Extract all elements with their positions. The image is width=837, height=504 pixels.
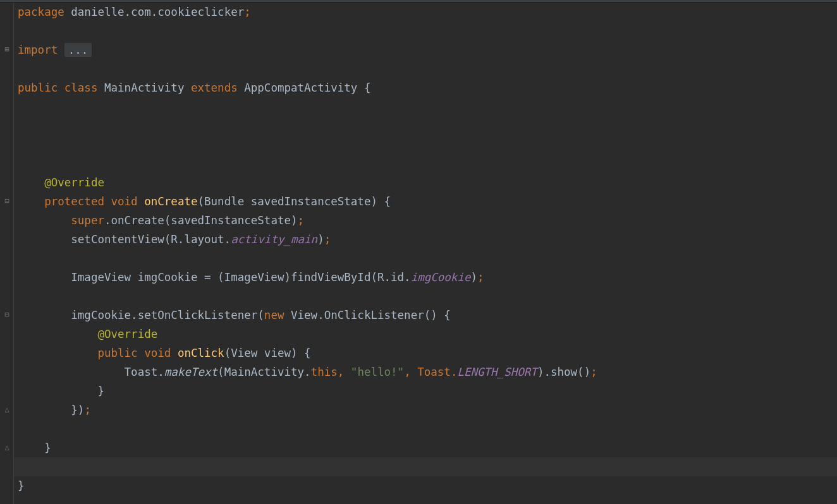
method-onClick: onClick: [178, 347, 224, 359]
fold-end-icon[interactable]: △: [3, 443, 11, 452]
kw-public: public: [97, 347, 144, 359]
layout-activity-main: activity_main: [231, 233, 317, 246]
const-length-short: LENGTH_SHORT: [457, 366, 537, 378]
kw-void: void: [111, 195, 145, 208]
kw-package: package: [18, 6, 64, 18]
class-name: MainActivity: [104, 81, 191, 94]
fold-end-icon[interactable]: △: [3, 405, 11, 414]
editor-gutter[interactable]: ⊞ ⊟ ⊟ △ △: [0, 3, 14, 504]
static-makeText: makeText: [164, 366, 217, 378]
code-content[interactable]: package danielle.com.cookieclicker; impo…: [18, 3, 837, 495]
id-imgCookie: imgCookie: [411, 271, 471, 284]
collapse-fold-icon[interactable]: ⊟: [3, 310, 11, 319]
annotation-override: @Override: [97, 328, 157, 340]
kw-this: this: [311, 366, 338, 378]
code-editor[interactable]: ⊞ ⊟ ⊟ △ △ package danielle.com.cookiecli…: [0, 3, 837, 504]
kw-import: import: [18, 44, 58, 56]
kw-new: new: [264, 309, 291, 321]
kw-extends: extends: [191, 81, 244, 94]
kw-public: public: [18, 81, 64, 94]
kw-super: super: [71, 214, 104, 227]
collapsed-imports[interactable]: ...: [64, 43, 92, 57]
kw-void: void: [144, 347, 178, 359]
annotation-override: @Override: [44, 176, 104, 189]
kw-protected: protected: [44, 195, 111, 208]
kw-class: class: [64, 81, 104, 94]
collapse-fold-icon[interactable]: ⊟: [3, 196, 11, 205]
expand-fold-icon[interactable]: ⊞: [3, 45, 11, 54]
string-literal: "hello!": [351, 366, 404, 378]
method-onCreate: onCreate: [144, 195, 197, 208]
code-text-area[interactable]: package danielle.com.cookieclicker; impo…: [14, 3, 837, 504]
